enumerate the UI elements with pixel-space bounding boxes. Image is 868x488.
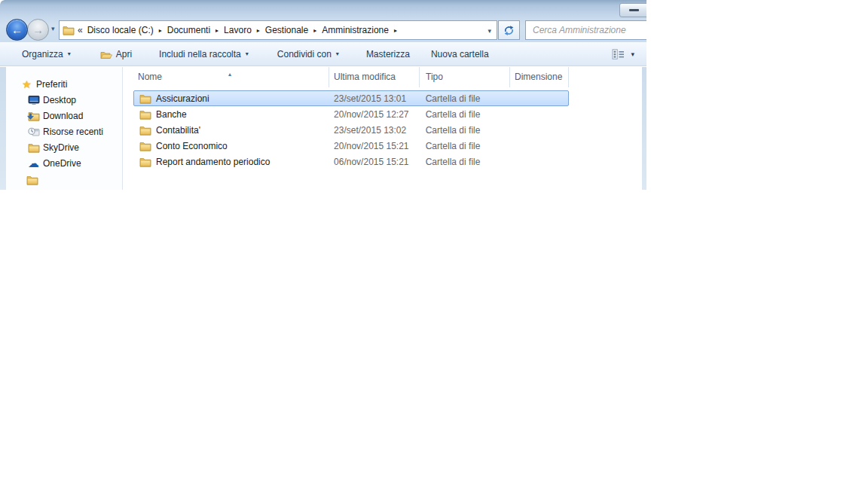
file-modified: 23/set/2015 13:02 <box>329 125 420 136</box>
sidebar-item-label: Risorse recenti <box>43 127 103 137</box>
sort-ascending-icon: ▴ <box>222 65 237 84</box>
open-folder-icon <box>99 49 112 59</box>
burn-label: Masterizza <box>366 49 410 59</box>
breadcrumb-separator-icon[interactable]: ▸ <box>215 27 219 34</box>
organize-label: Organizza <box>22 49 63 59</box>
main-area: ★ Preferiti Desktop Download Risorse rec… <box>0 67 646 190</box>
file-modified: 23/set/2015 13:01 <box>329 93 420 104</box>
file-name: Report andamento periodico <box>156 157 270 167</box>
file-name: Assicurazioni <box>156 93 209 104</box>
refresh-button[interactable] <box>498 20 520 40</box>
folder-icon <box>139 157 151 167</box>
back-icon: ← <box>11 23 23 36</box>
breadcrumb-separator-icon[interactable]: ▸ <box>257 27 260 34</box>
table-row-report-andamento-periodico[interactable]: Report andamento periodico 06/nov/2015 1… <box>133 154 569 169</box>
table-row-contabilita[interactable]: Contabilita' 23/set/2015 13:02 Cartella … <box>133 122 569 138</box>
file-type: Cartella di file <box>420 125 510 136</box>
history-dropdown-icon[interactable]: ▾ <box>51 25 55 32</box>
address-dropdown-icon[interactable]: ▾ <box>487 27 491 35</box>
breadcrumb-item-amministrazione[interactable]: Amministrazione <box>320 25 390 35</box>
file-modified: 20/nov/2015 15:21 <box>329 141 420 151</box>
column-header-nome[interactable]: Nome ▴ <box>133 67 329 87</box>
column-label: Nome <box>138 72 162 82</box>
table-row-assicurazioni[interactable]: Assicurazioni 23/set/2015 13:01 Cartella… <box>133 90 569 106</box>
sidebar-item-label: OneDrive <box>43 158 81 169</box>
column-label: Ultima modifica <box>334 72 396 82</box>
search-placeholder: Cerca Amministrazione <box>533 25 626 35</box>
table-row-banche[interactable]: Banche 20/nov/2015 12:27 Cartella di fil… <box>133 106 569 122</box>
sidebar-item-risorse-recenti[interactable]: Risorse recenti <box>6 124 122 139</box>
table-row-conto-economico[interactable]: Conto Economico 20/nov/2015 15:21 Cartel… <box>133 138 569 154</box>
file-list-pane: Nome ▴ Ultima modifica Tipo Dimensione A… <box>133 67 585 190</box>
breadcrumb-item-documenti[interactable]: Documenti <box>166 25 212 35</box>
organize-button[interactable]: Organizza ▾ <box>14 45 79 63</box>
open-label: Apri <box>116 49 132 59</box>
sidebar-item-label: Download <box>43 111 83 121</box>
column-label: Dimensione <box>515 72 562 82</box>
star-icon: ★ <box>20 79 33 90</box>
breadcrumb-overflow-icon[interactable]: « <box>78 25 83 35</box>
sidebar-item-desktop[interactable]: Desktop <box>6 92 122 108</box>
title-bar: ← → ▾ « Disco locale (C:) ▸ Documenti ▸ … <box>0 0 646 42</box>
column-label: Tipo <box>426 72 443 82</box>
file-name: Contabilita' <box>156 125 200 136</box>
skydrive-folder-icon <box>27 142 40 153</box>
include-label: Includi nella raccolta <box>159 49 241 59</box>
download-folder-icon <box>27 111 40 121</box>
folder-icon <box>63 25 75 35</box>
sidebar-section-label: Preferiti <box>36 79 67 90</box>
file-rows: Assicurazioni 23/set/2015 13:01 Cartella… <box>133 90 585 169</box>
folder-icon <box>139 125 151 136</box>
chevron-down-icon: ▾ <box>336 50 339 57</box>
recent-places-icon <box>27 127 40 137</box>
file-type: Cartella di file <box>420 157 510 167</box>
column-headers: Nome ▴ Ultima modifica Tipo Dimensione <box>133 67 585 87</box>
burn-button[interactable]: Masterizza <box>358 45 418 63</box>
explorer-window: ← → ▾ « Disco locale (C:) ▸ Documenti ▸ … <box>0 0 646 190</box>
navigation-pane: ★ Preferiti Desktop Download Risorse rec… <box>6 67 123 190</box>
share-with-button[interactable]: Condividi con ▾ <box>269 45 347 63</box>
refresh-icon <box>503 25 515 36</box>
file-name: Banche <box>156 109 187 120</box>
breadcrumb-separator-icon[interactable]: ▸ <box>313 27 316 34</box>
back-button[interactable]: ← <box>6 19 28 41</box>
sidebar-item-download[interactable]: Download <box>6 108 122 124</box>
sidebar-section-preferiti[interactable]: ★ Preferiti <box>6 76 122 92</box>
sidebar-item-label: Desktop <box>43 95 76 105</box>
change-view-button[interactable]: ▾ <box>612 49 646 59</box>
file-type: Cartella di file <box>420 93 510 104</box>
command-toolbar: Organizza ▾ Apri Includi nella raccolta … <box>0 42 646 66</box>
new-folder-label: Nuova cartella <box>431 49 489 59</box>
sidebar-item-skydrive[interactable]: SkyDrive <box>6 139 122 155</box>
folder-icon <box>139 109 151 120</box>
file-modified: 20/nov/2015 12:27 <box>329 109 420 120</box>
column-header-dimensione[interactable]: Dimensione <box>510 67 569 87</box>
sidebar-item-onedrive[interactable]: ☁ OneDrive <box>6 155 122 171</box>
minimize-icon <box>629 9 639 11</box>
share-label: Condividi con <box>277 49 332 59</box>
breadcrumb-item-gestionale[interactable]: Gestionale <box>264 25 310 35</box>
open-button[interactable]: Apri <box>91 45 140 63</box>
libraries-icon[interactable] <box>26 175 38 185</box>
file-type: Cartella di file <box>420 141 510 151</box>
folder-icon <box>139 93 151 104</box>
view-dropdown-icon[interactable]: ▾ <box>631 50 634 58</box>
forward-icon: → <box>32 23 44 36</box>
view-list-icon <box>612 49 625 59</box>
address-bar[interactable]: « Disco locale (C:) ▸ Documenti ▸ Lavoro… <box>59 20 497 40</box>
breadcrumb-separator-icon[interactable]: ▸ <box>159 27 162 34</box>
column-header-ultima-modifica[interactable]: Ultima modifica <box>329 67 420 87</box>
chevron-down-icon: ▾ <box>68 50 71 57</box>
minimize-button[interactable] <box>619 3 646 17</box>
include-in-library-button[interactable]: Includi nella raccolta ▾ <box>151 45 257 63</box>
column-header-tipo[interactable]: Tipo <box>420 67 510 87</box>
onedrive-cloud-icon: ☁ <box>27 157 40 169</box>
file-modified: 06/nov/2015 15:21 <box>329 157 420 167</box>
breadcrumb-separator-icon[interactable]: ▸ <box>394 27 397 34</box>
forward-button[interactable]: → <box>27 19 49 41</box>
chevron-down-icon: ▾ <box>246 50 249 57</box>
breadcrumb-item-lavoro[interactable]: Lavoro <box>222 25 253 35</box>
new-folder-button[interactable]: Nuova cartella <box>423 45 497 63</box>
search-box[interactable]: Cerca Amministrazione <box>525 20 646 40</box>
breadcrumb-item-disk[interactable]: Disco locale (C:) <box>86 25 155 35</box>
